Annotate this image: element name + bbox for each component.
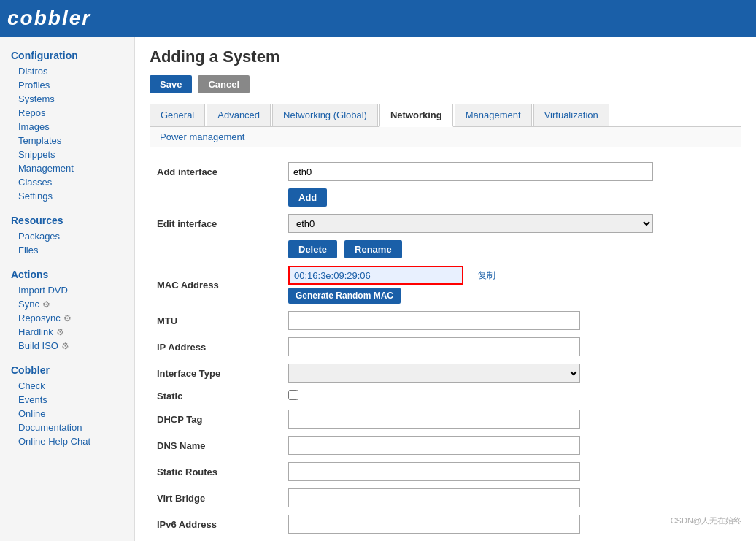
edit-interface-control: eth0 [288,214,653,233]
static-row: Static [157,390,734,402]
add-interface-button[interactable]: Add [288,188,327,207]
dhcp-tag-row: DHCP Tag [157,410,734,429]
sub-tabs: Power management [150,127,741,147]
sidebar-item-reposync[interactable]: Reposync ⚙ [0,311,134,325]
dhcp-tag-input[interactable] [288,410,580,429]
sidebar-item-repos[interactable]: Repos [0,106,134,120]
sidebar-item-systems[interactable]: Systems [0,92,134,106]
delete-rename-control: Delete Rename [288,240,653,258]
sidebar-item-profiles[interactable]: Profiles [0,78,134,92]
sidebar-item-packages[interactable]: Packages [0,229,134,243]
mac-address-row: MAC Address 复制 Generate Random MAC [157,266,734,304]
add-interface-label: Add interface [157,166,288,177]
tab-virtualization[interactable]: Virtualization [533,104,609,126]
sidebar-item-snippets[interactable]: Snippets [0,147,134,161]
top-action-buttons: Save Cancel [150,75,741,93]
sidebar-item-online-help-chat[interactable]: Online Help Chat [0,434,134,448]
virt-bridge-label: Virt Bridge [157,493,288,504]
sidebar-item-documentation[interactable]: Documentation [0,421,134,434]
static-routes-input[interactable] [288,462,580,481]
ip-address-input[interactable] [288,337,580,356]
virt-bridge-input[interactable] [288,488,580,507]
sidebar-item-online[interactable]: Online [0,407,134,421]
virt-bridge-row: Virt Bridge [157,488,734,507]
ipv6-address-row: IPv6 Address [157,515,734,534]
tab-management[interactable]: Management [455,104,532,126]
sidebar-item-distros[interactable]: Distros [0,64,134,78]
sidebar-item-check[interactable]: Check [0,379,134,393]
header: cobbler [0,0,756,37]
edit-interface-row: Edit interface eth0 [157,214,734,233]
interface-type-label: Interface Type [157,368,288,379]
sidebar-item-events[interactable]: Events [0,393,134,407]
sidebar-item-management[interactable]: Management [0,161,134,175]
static-routes-control [288,462,653,481]
sub-tab-power-management[interactable]: Power management [150,127,255,147]
sidebar-section-actions: Actions [0,263,134,283]
dns-name-control [288,436,653,455]
sidebar-item-sync[interactable]: Sync ⚙ [0,297,134,311]
sidebar-item-import-dvd[interactable]: Import DVD [0,283,134,297]
delete-rename-row: Delete Rename [157,240,734,258]
ipv6-address-input[interactable] [288,515,580,534]
delete-button[interactable]: Delete [288,240,337,258]
sidebar-section-resources: Resources [0,209,134,229]
main-tabs: General Advanced Networking (Global) Net… [150,104,741,127]
static-control [288,390,653,402]
sync-label: Sync [18,299,39,310]
sidebar-item-images[interactable]: Images [0,120,134,134]
mac-address-input[interactable] [288,266,463,285]
tab-networking-global[interactable]: Networking (Global) [272,104,378,126]
sidebar-item-build-iso[interactable]: Build ISO ⚙ [0,339,134,353]
hardlink-label: Hardlink [18,326,53,337]
interface-type-control: bond bond_slave bridge bridge_slave bmc … [288,364,653,383]
rename-button[interactable]: Rename [344,240,402,258]
mtu-input[interactable] [288,311,580,330]
static-checkbox[interactable] [288,390,298,400]
watermark: CSDN@人无在始终 [671,515,741,526]
dns-name-input[interactable] [288,436,580,455]
generate-mac-button[interactable]: Generate Random MAC [288,288,401,304]
build-iso-label: Build ISO [18,340,58,351]
cancel-button[interactable]: Cancel [198,75,250,93]
page-title: Adding a System [150,47,741,66]
sidebar-item-hardlink[interactable]: Hardlink ⚙ [0,325,134,339]
tab-general[interactable]: General [150,104,205,126]
sidebar-item-classes[interactable]: Classes [0,175,134,189]
edit-interface-label: Edit interface [157,218,288,229]
dhcp-tag-control [288,410,653,429]
add-button-control: Add [288,188,653,207]
reposync-label: Reposync [18,312,61,323]
main-content: Adding a System Save Cancel General Adva… [135,37,756,541]
add-interface-control [288,162,653,181]
virt-bridge-control [288,488,653,507]
sidebar-item-files[interactable]: Files [0,243,134,257]
dns-name-label: DNS Name [157,440,288,451]
sidebar-section-cobbler: Cobbler [0,358,134,379]
static-label: Static [157,391,288,402]
page-container: Configuration Distros Profiles Systems R… [0,37,756,541]
static-routes-row: Static Routes [157,462,734,481]
edit-interface-select[interactable]: eth0 [288,214,653,233]
sidebar-item-settings[interactable]: Settings [0,189,134,203]
copy-hint: 复制 [478,269,495,282]
mtu-control [288,311,653,330]
form-section: Add interface Add Edit interface eth0 [150,162,741,541]
tab-advanced[interactable]: Advanced [207,104,271,126]
add-button-row: Add [157,188,734,207]
ip-address-control [288,337,653,356]
interface-type-row: Interface Type bond bond_slave bridge br… [157,364,734,383]
mtu-label: MTU [157,315,288,326]
interface-type-select[interactable]: bond bond_slave bridge bridge_slave bmc … [288,364,580,383]
ipv6-address-label: IPv6 Address [157,519,288,530]
sidebar-item-templates[interactable]: Templates [0,134,134,147]
tab-networking[interactable]: Networking [379,104,453,127]
add-interface-input[interactable] [288,162,653,181]
sync-gear-icon: ⚙ [42,299,50,310]
save-button[interactable]: Save [150,75,192,93]
sidebar: Configuration Distros Profiles Systems R… [0,37,135,541]
hardlink-gear-icon: ⚙ [56,327,64,337]
ipv6-address-control [288,515,653,534]
ip-address-label: IP Address [157,342,288,353]
static-routes-label: Static Routes [157,467,288,477]
